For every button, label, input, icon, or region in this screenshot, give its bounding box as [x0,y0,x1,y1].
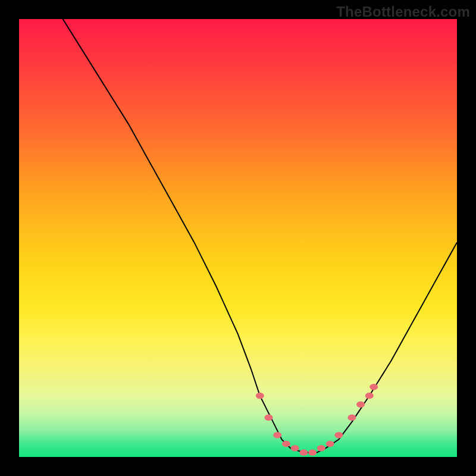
chart-marker [265,415,273,421]
chart-marker [256,393,264,399]
chart-markers [256,384,378,456]
chart-marker [369,384,378,390]
chart-marker [326,441,334,447]
chart-marker [334,432,343,439]
chart-marker [365,393,374,399]
chart-marker [317,445,325,452]
chart-svg [19,19,457,457]
chart-marker [356,401,365,408]
chart-curve [63,19,457,453]
chart-marker [347,415,356,421]
chart-marker [291,445,299,452]
brand-watermark: TheBottleneck.com [336,4,470,20]
chart-marker [308,449,317,456]
chart-marker [282,441,290,447]
chart-marker [273,432,281,439]
chart-plot-area [19,19,457,457]
chart-frame: TheBottleneck.com [0,0,476,476]
chart-marker [299,449,308,456]
